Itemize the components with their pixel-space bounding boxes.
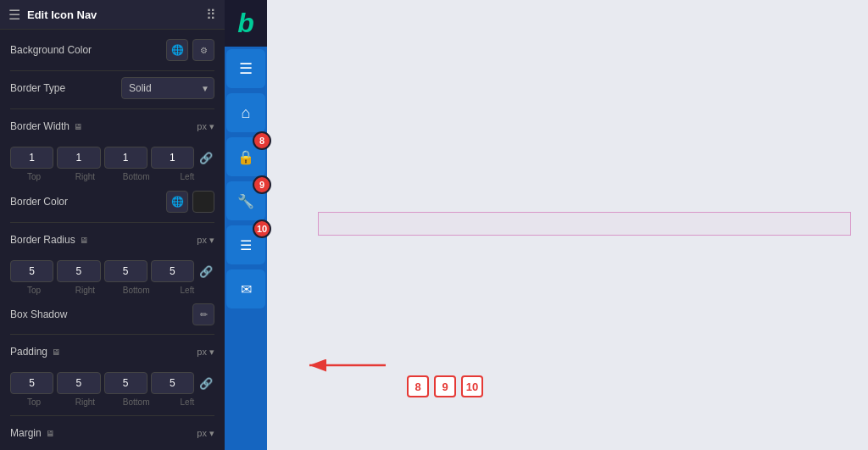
margin-label: Margin 🖥 bbox=[10, 427, 54, 439]
right-content-area: 8 9 10 bbox=[267, 0, 868, 450]
margin-px-label[interactable]: px ▾ bbox=[197, 428, 214, 439]
border-width-left[interactable] bbox=[151, 147, 194, 169]
nav-btn-home[interactable]: ⌂ bbox=[226, 93, 265, 132]
icon-nav-bar: b ☰ ⌂ 🔒 8 🔧 9 ☰ 10 ✉ bbox=[225, 0, 267, 450]
badge-10: 10 bbox=[253, 219, 271, 238]
border-radius-link-btn[interactable]: 🔗 bbox=[198, 260, 214, 282]
annotation-label-10: 10 bbox=[461, 375, 483, 397]
padding-left[interactable] bbox=[151, 372, 194, 394]
padding-right[interactable] bbox=[57, 372, 100, 394]
border-radius-bottom[interactable] bbox=[104, 260, 147, 282]
margin-header-row: Margin 🖥 px ▾ bbox=[10, 421, 214, 445]
bw-bottom-label: Bottom bbox=[113, 172, 160, 181]
monitor-icon-br: 🖥 bbox=[80, 236, 88, 245]
pattern-icon-btn[interactable]: ⚙ bbox=[192, 39, 214, 61]
border-width-top[interactable] bbox=[10, 147, 53, 169]
annotation-label-8: 8 bbox=[407, 375, 429, 397]
border-type-select[interactable]: Solid Dashed Dotted None bbox=[121, 77, 214, 99]
background-color-row: Background Color 🌐 ⚙ bbox=[10, 38, 214, 62]
monitor-icon-pd: 🖥 bbox=[52, 347, 60, 357]
border-width-right[interactable] bbox=[57, 147, 100, 169]
bing-logo-icon: b bbox=[237, 8, 254, 39]
monitor-icon: 🖥 bbox=[74, 122, 82, 131]
border-radius-header-row: Border Radius 🖥 px ▾ bbox=[10, 228, 214, 252]
divider-5 bbox=[10, 415, 214, 416]
highlight-rectangle bbox=[318, 212, 851, 236]
nav-btn-lock[interactable]: 🔒 8 bbox=[226, 137, 265, 176]
divider-2 bbox=[10, 108, 214, 109]
br-left-label: Left bbox=[164, 286, 211, 295]
border-type-label: Border Type bbox=[10, 82, 65, 94]
menu-icon: ☰ bbox=[239, 59, 253, 78]
border-width-header-row: Border Width 🖥 px ▾ bbox=[10, 114, 214, 138]
border-width-labels: Top Right Bottom Left bbox=[10, 172, 214, 181]
annotation-label-9: 9 bbox=[434, 375, 456, 397]
divider-4 bbox=[10, 334, 214, 335]
wrench-icon: 🔧 bbox=[237, 193, 254, 209]
border-radius-inputs: 🔗 bbox=[10, 260, 214, 282]
br-right-label: Right bbox=[61, 286, 108, 295]
padding-px-label[interactable]: px ▾ bbox=[197, 347, 214, 358]
padding-label: Padding 🖥 bbox=[10, 346, 60, 358]
badge-8: 8 bbox=[253, 131, 271, 150]
border-color-row: Border Color 🌐 bbox=[10, 190, 214, 214]
border-color-globe-btn[interactable]: 🌐 bbox=[166, 191, 188, 213]
box-shadow-row: Box Shadow ✏ bbox=[10, 303, 214, 325]
monitor-icon-mg: 🖥 bbox=[46, 429, 54, 438]
bw-top-label: Top bbox=[10, 172, 58, 181]
border-type-select-wrapper: Solid Dashed Dotted None ▼ bbox=[121, 77, 214, 99]
border-radius-top[interactable] bbox=[10, 260, 53, 282]
border-color-controls: 🌐 bbox=[166, 191, 214, 213]
padding-bottom[interactable] bbox=[104, 372, 147, 394]
br-bottom-label: Bottom bbox=[113, 286, 160, 295]
divider-3 bbox=[10, 222, 214, 223]
br-top-label: Top bbox=[10, 286, 58, 295]
padding-link-btn[interactable]: 🔗 bbox=[198, 372, 214, 394]
panel-title: Edit Icon Nav bbox=[27, 8, 97, 21]
grid-dots-icon[interactable]: ⠿ bbox=[206, 7, 216, 23]
box-shadow-edit-btn[interactable]: ✏ bbox=[192, 303, 214, 325]
border-color-swatch[interactable] bbox=[192, 191, 214, 213]
list-icon: ☰ bbox=[240, 237, 252, 253]
padding-inputs: 🔗 bbox=[10, 372, 214, 394]
panel-header-left: ☰ Edit Icon Nav bbox=[8, 7, 97, 23]
lock-icon: 🔒 bbox=[237, 149, 254, 165]
home-icon: ⌂ bbox=[242, 104, 251, 122]
background-color-label: Background Color bbox=[10, 44, 92, 56]
nav-btn-wrench[interactable]: 🔧 9 bbox=[226, 181, 265, 220]
border-width-bottom[interactable] bbox=[104, 147, 147, 169]
padding-header-row: Padding 🖥 px ▾ bbox=[10, 340, 214, 364]
border-radius-labels: Top Right Bottom Left bbox=[10, 286, 214, 295]
annotation-labels: 8 9 10 bbox=[407, 375, 483, 397]
border-radius-right[interactable] bbox=[57, 260, 100, 282]
border-width-px-label[interactable]: px ▾ bbox=[197, 121, 214, 132]
hamburger-icon[interactable]: ☰ bbox=[8, 7, 20, 23]
panel-header: ☰ Edit Icon Nav ⠿ bbox=[0, 0, 225, 30]
box-shadow-label: Box Shadow bbox=[10, 308, 67, 320]
background-color-controls: 🌐 ⚙ bbox=[166, 39, 214, 61]
divider-1 bbox=[10, 70, 214, 71]
nav-btn-list[interactable]: ☰ 10 bbox=[226, 225, 265, 264]
border-width-inputs: 🔗 bbox=[10, 147, 214, 169]
border-radius-label: Border Radius 🖥 bbox=[10, 234, 88, 246]
border-radius-px-label[interactable]: px ▾ bbox=[197, 235, 214, 246]
globe-icon-btn[interactable]: 🌐 bbox=[166, 39, 188, 61]
nav-logo-area: b bbox=[225, 0, 267, 47]
bw-right-label: Right bbox=[61, 172, 108, 181]
nav-btn-menu[interactable]: ☰ bbox=[226, 49, 265, 88]
padding-top[interactable] bbox=[10, 372, 53, 394]
panel-content: Background Color 🌐 ⚙ Border Type Solid D… bbox=[0, 30, 225, 450]
mail-icon: ✉ bbox=[241, 281, 252, 297]
pd-bottom-label: Bottom bbox=[113, 397, 160, 407]
left-panel: ☰ Edit Icon Nav ⠿ Background Color 🌐 ⚙ B… bbox=[0, 0, 225, 450]
bw-left-label: Left bbox=[164, 172, 211, 181]
badge-9: 9 bbox=[253, 175, 271, 194]
border-width-label: Border Width 🖥 bbox=[10, 120, 82, 132]
border-radius-left[interactable] bbox=[151, 260, 194, 282]
border-color-label: Border Color bbox=[10, 196, 68, 208]
annotation-arrow bbox=[301, 340, 403, 391]
pd-top-label: Top bbox=[10, 397, 58, 407]
pd-left-label: Left bbox=[164, 397, 211, 407]
border-width-link-btn[interactable]: 🔗 bbox=[198, 147, 214, 169]
nav-btn-mail[interactable]: ✉ bbox=[226, 269, 265, 308]
